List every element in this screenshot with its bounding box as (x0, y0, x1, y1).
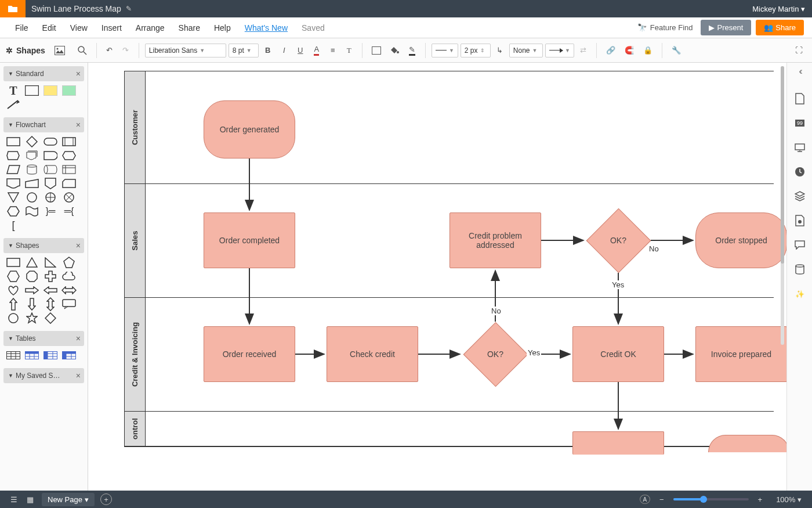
feature-find[interactable]: 🔭 Feature Find (637, 23, 693, 32)
sh-rtriangle[interactable] (43, 257, 58, 268)
node-invoice-prepared[interactable]: Invoice prepared (695, 326, 786, 382)
fc-internal[interactable] (61, 164, 77, 175)
fc-process[interactable] (6, 136, 21, 147)
grid-view-button[interactable]: ▦ (22, 493, 38, 506)
fc-tape[interactable] (24, 206, 39, 217)
fc-summingj[interactable] (43, 192, 58, 203)
page-selector[interactable]: New Page ▾ (42, 493, 95, 506)
line-width-select[interactable]: 2 px⇕ (461, 44, 491, 57)
edit-title-icon[interactable]: ✎ (126, 5, 132, 13)
zoom-slider[interactable] (673, 498, 749, 500)
menu-view[interactable]: View (63, 23, 95, 33)
fc-card[interactable] (61, 178, 77, 189)
node-credit-ok[interactable]: Credit OK (572, 326, 664, 382)
menu-arrange[interactable]: Arrange (129, 23, 172, 33)
fc-brace-r[interactable]: }═ (43, 206, 58, 217)
close-icon[interactable]: × (76, 371, 81, 380)
fc-offpage[interactable] (43, 178, 58, 189)
menu-share[interactable]: Share (172, 23, 207, 33)
history-icon[interactable] (794, 166, 806, 178)
bold-button[interactable]: B (261, 42, 275, 59)
fc-preparation[interactable] (61, 150, 77, 161)
tbl-4[interactable] (61, 350, 77, 361)
fullscreen-button[interactable]: ⛶ (792, 42, 806, 59)
text-shape[interactable]: T (6, 85, 21, 96)
close-icon[interactable]: × (76, 69, 81, 78)
sh-triangle[interactable] (24, 257, 39, 268)
fc-manualinput[interactable] (24, 178, 39, 189)
close-icon[interactable]: × (76, 120, 81, 129)
add-page-button[interactable]: + (100, 493, 112, 505)
sh-cross[interactable] (43, 271, 58, 282)
menu-help[interactable]: Help (207, 23, 238, 33)
section-my-saved[interactable]: ▼My Saved S…× (3, 368, 84, 383)
presentation-icon[interactable] (794, 142, 806, 153)
folder-button[interactable] (0, 0, 26, 17)
underline-button[interactable]: U (293, 42, 307, 59)
swimlane-container[interactable]: Customer Order generated Sales Order com… (124, 71, 774, 447)
sh-rect[interactable] (6, 257, 21, 268)
sh-heart[interactable] (6, 284, 21, 296)
section-tables[interactable]: ▼Tables× (3, 331, 84, 346)
link-button[interactable]: 🔗 (603, 42, 619, 59)
sh-cloud[interactable] (61, 271, 77, 282)
zoom-in-button[interactable]: + (753, 493, 767, 506)
chat-icon[interactable] (794, 239, 806, 251)
text-options-button[interactable]: T (342, 42, 356, 59)
font-family-select[interactable]: Liberation Sans▼ (145, 44, 226, 57)
undo-button[interactable]: ↶ (103, 42, 117, 59)
panel-collapse-button[interactable]: ‹‹ (799, 66, 800, 77)
sh-arrow-d[interactable] (24, 298, 39, 310)
fc-subprocess[interactable] (61, 136, 77, 147)
zoom-level[interactable]: 100% ▾ (771, 493, 806, 506)
sh-callout[interactable] (61, 298, 77, 310)
sh-pentagon[interactable] (61, 257, 77, 268)
wrench-button[interactable]: 🔧 (668, 42, 684, 59)
magnet-button[interactable]: 🧲 (621, 42, 637, 59)
lane-customer[interactable]: Customer Order generated (125, 71, 774, 184)
section-shapes[interactable]: ▼Shapes× (3, 238, 84, 253)
line-routing-button[interactable]: ↳ (493, 42, 507, 59)
note-yellow-shape[interactable] (43, 85, 58, 96)
present-button[interactable]: ▶ Present (701, 20, 751, 35)
border-color-button[interactable]: ✎ (405, 42, 419, 59)
menu-whats-new[interactable]: What's New (238, 23, 295, 33)
line-style-select[interactable]: ▼ (432, 44, 458, 57)
node-control-partial[interactable] (572, 431, 664, 455)
fc-merge[interactable] (6, 192, 21, 203)
comment-icon[interactable]: 99 (794, 117, 806, 129)
fc-connector[interactable] (24, 192, 39, 203)
fc-hexagon[interactable] (6, 206, 21, 217)
fc-delay[interactable] (43, 150, 58, 161)
data-icon[interactable] (794, 264, 806, 275)
align-button[interactable]: ≡ (326, 42, 340, 59)
sh-circle[interactable] (6, 312, 21, 324)
share-button[interactable]: 👥 Share (756, 20, 804, 35)
fill-none-button[interactable] (368, 42, 385, 59)
search-button[interactable] (74, 42, 90, 59)
user-menu[interactable]: Mickey Martin ▾ (752, 5, 805, 13)
font-size-select[interactable]: 8 pt▼ (229, 44, 259, 57)
fc-data[interactable] (6, 164, 21, 175)
close-icon[interactable]: × (76, 334, 81, 343)
sh-octagon[interactable] (24, 271, 39, 282)
lane-label-control[interactable]: ontrol (125, 412, 146, 446)
zoom-out-button[interactable]: − (655, 493, 669, 506)
fill-color-button[interactable] (387, 42, 403, 59)
sh-arrow-ud[interactable] (43, 298, 58, 310)
sh-arrow-l[interactable] (43, 284, 58, 296)
fc-doc[interactable] (6, 178, 21, 189)
lane-sales[interactable]: Sales Order completed Credit problem add… (125, 184, 774, 298)
line-end-select[interactable]: ▼ (545, 44, 574, 57)
sh-arrow-r[interactable] (24, 284, 39, 296)
magic-icon[interactable]: ✨ (794, 288, 806, 300)
line-start-select[interactable]: None▼ (509, 44, 543, 57)
fc-directdata[interactable] (43, 164, 58, 175)
node-order-completed[interactable]: Order completed (204, 212, 295, 268)
image-button[interactable] (51, 42, 68, 59)
section-flowchart[interactable]: ▼Flowchart× (3, 117, 84, 132)
close-icon[interactable]: × (76, 241, 81, 250)
node-order-generated[interactable]: Order generated (204, 100, 295, 158)
node-ok-2[interactable]: OK? (463, 322, 528, 387)
lane-credit[interactable]: Credit & Invoicing Order received Check … (125, 298, 774, 412)
